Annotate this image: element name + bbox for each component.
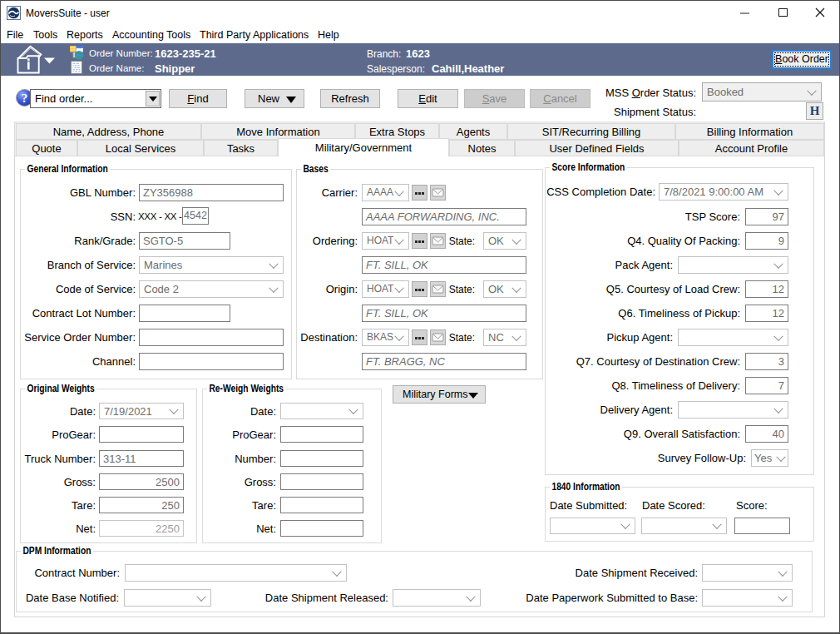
svg-text:?: ? bbox=[22, 92, 28, 105]
